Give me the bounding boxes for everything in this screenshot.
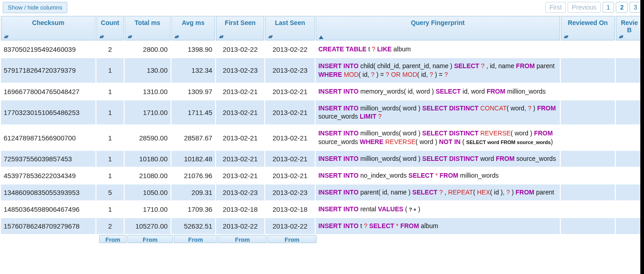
cell-rev_on xyxy=(561,84,615,100)
table-header-row: Checksum▴▾Count▴▾Total ms▴▾Avg ms▴▾First… xyxy=(1,16,643,40)
cell-rev_on xyxy=(561,125,615,150)
cell-total: 1710.00 xyxy=(125,100,170,125)
cell-fp: INSERT INTO million_words( word ) SELECT… xyxy=(316,151,560,167)
pager-2[interactable]: 2 xyxy=(616,2,628,13)
cell-rev_by xyxy=(616,151,643,167)
cell-avg: 1309.97 xyxy=(171,84,215,100)
col-header-last[interactable]: Last Seen▴▾ xyxy=(265,16,314,40)
show-hide-columns-button[interactable]: Show / hide columns xyxy=(3,2,67,13)
footer-filter-stubs: FromFromFromFromFrom xyxy=(0,235,644,243)
cell-avg: 1709.36 xyxy=(171,201,215,217)
cell-total: 1050.00 xyxy=(125,184,170,200)
cell-count: 5 xyxy=(96,184,124,200)
cell-rev_on xyxy=(561,218,615,234)
table-row[interactable]: 6124789871566900700128590.0028587.672013… xyxy=(1,125,643,150)
query-table: Checksum▴▾Count▴▾Total ms▴▾Avg ms▴▾First… xyxy=(0,15,644,235)
cell-rev_by xyxy=(616,100,643,125)
cell-total: 21080.00 xyxy=(125,168,170,184)
cell-fp: INSERT INTO no_index_words SELECT * FROM… xyxy=(316,168,560,184)
cell-last: 2013-02-22 xyxy=(265,218,314,234)
cell-fp: INSERT INTO parent( id, name ) SELECT ? … xyxy=(316,184,560,200)
col-header-first[interactable]: First Seen▴▾ xyxy=(216,16,264,40)
cell-count: 1 xyxy=(96,151,124,167)
col-header-label: Checksum xyxy=(3,19,93,32)
table-row[interactable]: 1770323015106548625311710.001711.452013-… xyxy=(1,100,643,125)
cell-total: 130.00 xyxy=(125,58,170,83)
pager-1[interactable]: 1 xyxy=(603,2,614,13)
sort-toggle-icon[interactable]: ▴▾ xyxy=(100,34,103,40)
column-filter-stub[interactable]: From xyxy=(218,235,267,243)
sort-toggle-icon[interactable]: ▴▾ xyxy=(175,34,178,40)
cell-count: 2 xyxy=(96,41,124,57)
col-header-label: Reviewed On xyxy=(563,19,613,32)
col-header-count[interactable]: Count▴▾ xyxy=(96,16,124,40)
cell-checksum: 13486090835055393953 xyxy=(1,184,96,200)
column-filter-stub[interactable]: From xyxy=(174,235,217,243)
cell-checksum: 725937556039857453 xyxy=(1,151,96,167)
col-header-label: Avg ms xyxy=(174,19,213,32)
cell-total: 10180.00 xyxy=(125,151,170,167)
cell-checksum: 16966778004765048427 xyxy=(1,84,96,100)
cell-rev_by xyxy=(616,41,643,57)
cell-first: 2013-02-23 xyxy=(216,184,264,200)
col-header-fp[interactable]: Query Fingerprint xyxy=(316,16,560,40)
sort-toggle-icon[interactable]: ▴▾ xyxy=(4,34,8,40)
pager-first: First xyxy=(545,2,566,13)
table-row[interactable]: 1348609083505539395351050.00209.312013-0… xyxy=(1,184,643,200)
cell-avg: 132.34 xyxy=(171,58,215,83)
cell-last: 2013-02-21 xyxy=(265,168,314,184)
col-header-label: Last Seen xyxy=(267,19,312,32)
table-row[interactable]: 725937556039857453110180.0010182.482013-… xyxy=(1,151,643,167)
sort-toggle-icon[interactable]: ▴▾ xyxy=(564,34,568,40)
column-filter-stub[interactable]: From xyxy=(127,235,173,243)
cell-last: 2013-02-23 xyxy=(265,184,314,200)
cell-count: 1 xyxy=(96,201,124,217)
pager-previous: Previous xyxy=(568,2,600,13)
cell-rev_on xyxy=(561,151,615,167)
col-header-rev_on[interactable]: Reviewed On▴▾ xyxy=(561,16,615,40)
cell-rev_on xyxy=(561,168,615,184)
cell-first: 2013-02-21 xyxy=(216,151,264,167)
column-filter-stub[interactable]: From xyxy=(99,235,126,243)
cell-avg: 209.31 xyxy=(171,184,215,200)
sort-toggle-icon[interactable]: ▴▾ xyxy=(619,34,623,40)
sort-toggle-icon[interactable]: ▴▾ xyxy=(219,34,223,40)
cell-total: 1310.00 xyxy=(125,84,170,100)
column-filter-stub[interactable]: From xyxy=(267,235,317,243)
sort-toggle-icon[interactable]: ▴▾ xyxy=(128,34,131,40)
cell-first: 2013-02-21 xyxy=(216,84,264,100)
cell-last: 2013-02-21 xyxy=(265,100,314,125)
cell-rev_by xyxy=(616,168,643,184)
table-row[interactable]: 57917182647203793791130.00132.342013-02-… xyxy=(1,58,643,83)
pager-3[interactable]: 3 xyxy=(629,2,641,13)
cell-fp: INSERT INTO rental VALUES ( ? + ) xyxy=(316,201,560,217)
col-header-total[interactable]: Total ms▴▾ xyxy=(125,16,170,40)
cell-fp: INSERT INTO memory_words( id, word ) SEL… xyxy=(316,84,560,100)
table-row[interactable]: 157607862487092796782105270.0052632.5120… xyxy=(1,218,643,234)
col-header-avg[interactable]: Avg ms▴▾ xyxy=(171,16,215,40)
cell-checksum: 15760786248709279678 xyxy=(1,218,96,234)
table-row[interactable]: 4539778536222034349121080.0021076.962013… xyxy=(1,168,643,184)
table-row[interactable]: 1485036459890646749611710.001709.362013-… xyxy=(1,201,643,217)
cell-avg: 52632.51 xyxy=(171,218,215,234)
cell-first: 2013-02-21 xyxy=(216,125,264,150)
cell-count: 1 xyxy=(96,84,124,100)
cell-count: 1 xyxy=(96,168,124,184)
cell-count: 1 xyxy=(96,58,124,83)
col-header-rev_by[interactable]: Revie B▴▾ xyxy=(616,16,643,40)
cell-rev_by xyxy=(616,58,643,83)
cell-total: 2800.00 xyxy=(125,41,170,57)
cell-rev_on xyxy=(561,100,615,125)
cell-total: 1710.00 xyxy=(125,201,170,217)
col-header-checksum[interactable]: Checksum▴▾ xyxy=(1,16,96,40)
cell-last: 2013-02-21 xyxy=(265,125,314,150)
table-row[interactable]: 1696677800476504842711310.001309.972013-… xyxy=(1,84,643,100)
cell-last: 2013-02-22 xyxy=(265,41,314,57)
cell-rev_on xyxy=(561,184,615,200)
table-row[interactable]: 837050219549246003922800.001398.902013-0… xyxy=(1,41,643,57)
cell-count: 1 xyxy=(96,125,124,150)
sort-toggle-icon[interactable]: ▴▾ xyxy=(268,34,272,40)
col-header-label: Query Fingerprint xyxy=(318,19,558,32)
pager: FirstPrevious123 xyxy=(545,2,641,13)
cell-rev_by xyxy=(616,84,643,100)
